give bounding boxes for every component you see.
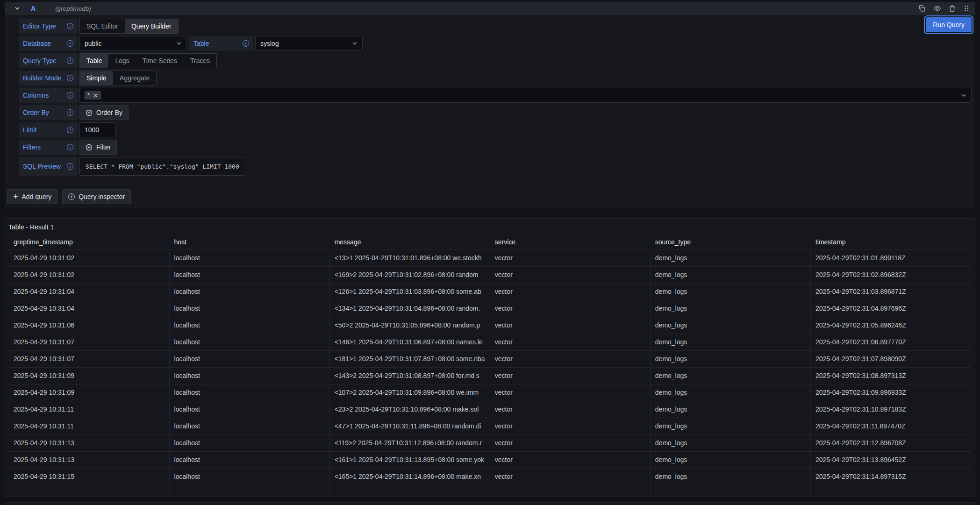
table-cell: localhost [169,401,329,418]
column-header-message[interactable]: message [329,235,490,249]
info-icon[interactable]: i [67,144,73,150]
duplicate-icon[interactable] [918,5,926,12]
plus-icon: + [13,192,18,201]
column-header-host[interactable]: host [169,235,329,249]
query-inspector-button[interactable]: i Query inspector [62,189,131,204]
table-cell: vector [490,451,650,468]
query-actions: + Add query i Query inspector [7,189,972,204]
columns-row: Columns i * ✕ [19,88,972,103]
results-table: greptime_timestamphostmessageservicesour… [9,235,971,495]
info-icon[interactable]: i [67,75,73,81]
option-sql-editor[interactable]: SQL Editor [80,19,125,33]
database-row: Database i public Table i syslog [19,36,972,51]
editor-type-toggle: SQL EditorQuery Builder [79,19,179,34]
table-cell [329,485,490,495]
run-query-button[interactable]: Run Query [926,17,972,32]
column-header-timestamp[interactable]: timestamp [810,235,971,249]
info-icon[interactable]: i [67,109,73,116]
query-ref-id: A [31,5,36,12]
table-row: 2025-04-29 10:31:09localhost<107>2 2025-… [9,384,971,401]
table-cell: localhost [169,283,329,300]
table-cell: demo_logs [650,249,810,266]
columns-multiselect[interactable]: * ✕ [79,88,972,103]
option-table[interactable]: Table [80,54,108,68]
info-icon[interactable]: i [67,40,73,47]
table-cell [650,485,810,495]
add-query-button[interactable]: + Add query [7,189,57,204]
panel-title: Table - Result 1 [5,219,975,235]
delete-trash-icon[interactable] [949,5,956,12]
info-icon[interactable]: i [243,40,249,47]
table-cell: 2025-04-29 10:31:02 [9,266,169,283]
table-cell: 2025-04-29 10:31:07 [9,334,169,350]
grafana-query-editor-page: A (greptimedb) Run Query Editor Type [0,0,980,505]
table-row: 2025-04-29 10:31:11localhost<47>1 2025-0… [9,418,971,434]
table-cell: 2025-04-29T02:31:06.897770Z [810,334,971,350]
column-header-service[interactable]: service [490,235,650,249]
table-select[interactable]: syslog [255,36,363,51]
results-table-head: greptime_timestamphostmessageservicesour… [9,235,971,249]
query-editor-card: A (greptimedb) Run Query Editor Type [5,2,975,208]
datasource-name: (greptimedb) [55,5,91,12]
table-row-partial [9,485,971,495]
table-cell: 2025-04-29T02:31:07.898090Z [810,350,971,367]
info-icon[interactable]: i [67,23,73,29]
option-aggregate[interactable]: Aggregate [113,71,157,85]
info-icon[interactable]: i [67,92,73,99]
table-row: 2025-04-29 10:31:13localhost<119>2 2025-… [9,434,971,451]
table-cell: demo_logs [650,384,810,401]
builder-mode-label-text: Builder Mode [23,74,62,82]
table-row: 2025-04-29 10:31:04localhost<134>1 2025-… [9,300,971,317]
table-row: 2025-04-29 10:31:06localhost<50>2 2025-0… [9,317,971,334]
table-cell: 2025-04-29 10:31:15 [9,468,169,485]
table-cell: vector [490,334,650,350]
database-select[interactable]: public [79,36,187,51]
table-cell [810,485,971,495]
info-icon[interactable]: i [67,57,73,64]
table-cell: <146>1 2025-04-29T10:31:06.897+08:00 nam… [329,334,490,350]
column-header-source_type[interactable]: source_type [650,235,810,249]
chevron-down-icon [961,92,966,98]
editor-type-label-text: Editor Type [23,22,56,30]
table-cell: demo_logs [650,434,810,451]
table-cell: <143>2 2025-04-29T10:31:08.897+08:00 for… [329,367,490,384]
option-traces[interactable]: Traces [184,54,216,68]
collapse-chevron-icon[interactable] [14,5,21,12]
drag-handle-icon[interactable] [963,5,970,12]
query-editor-body: Run Query Editor Type i SQL EditorQuery … [5,15,975,204]
filters-row: Filters i Filter [19,140,972,155]
next-panel-edge [5,502,975,505]
table-cell: localhost [169,317,329,334]
query-type-label-text: Query Type [23,57,57,64]
column-chip[interactable]: * ✕ [85,91,101,100]
option-query-builder[interactable]: Query Builder [125,19,178,33]
query-type-toggle: TableLogsTime SeriesTraces [79,53,217,68]
table-label: Table i [189,36,253,51]
info-icon[interactable]: i [67,127,73,133]
table-cell: demo_logs [650,266,810,283]
option-time-series[interactable]: Time Series [136,54,184,68]
info-icon[interactable]: i [67,163,73,170]
remove-column-icon[interactable]: ✕ [93,92,98,99]
option-simple[interactable]: Simple [80,71,113,85]
table-cell: 2025-04-29 10:31:02 [9,249,169,266]
limit-input[interactable] [79,122,116,137]
chevron-down-icon [176,41,182,46]
table-cell: 2025-04-29T02:31:11.897470Z [810,418,971,434]
results-table-panel: Table - Result 1 greptime_timestamphostm… [5,218,975,497]
column-header-greptime_timestamp[interactable]: greptime_timestamp [9,235,169,249]
toggle-visibility-eye-icon[interactable] [933,5,941,12]
add-order-by-button[interactable]: Order By [79,105,129,120]
table-cell: 2025-04-29 10:31:07 [9,350,169,367]
query-inspector-label: Query inspector [79,193,125,200]
option-logs[interactable]: Logs [108,54,136,68]
sql-preview-label: SQL Preview i [19,157,78,176]
query-row-header[interactable]: A (greptimedb) [5,2,975,15]
order-by-row: Order By i Order By [19,105,972,120]
table-cell: 2025-04-29T02:31:01.899118Z [810,249,971,266]
table-cell: 2025-04-29T02:31:04.897696Z [810,300,971,317]
add-filter-button[interactable]: Filter [79,140,117,155]
table-cell: <119>2 2025-04-29T10:31:12.896+08:00 ran… [329,434,490,451]
table-select-value: syslog [260,40,279,47]
table-cell: 2025-04-29T02:31:13.896452Z [810,451,971,468]
